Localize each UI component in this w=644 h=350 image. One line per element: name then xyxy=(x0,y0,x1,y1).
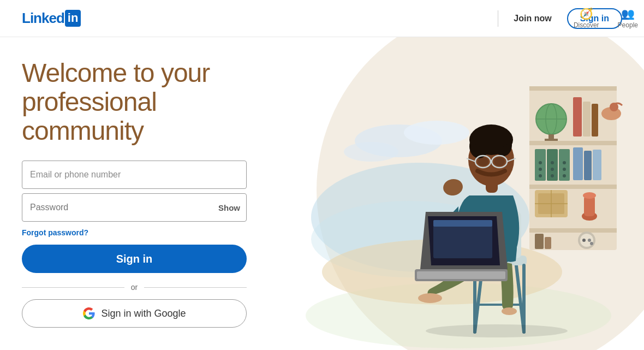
svg-rect-20 xyxy=(592,104,598,137)
google-icon xyxy=(82,307,96,320)
google-signin-button[interactable]: Sign in with Google xyxy=(22,299,247,328)
svg-point-28 xyxy=(539,174,542,177)
svg-point-30 xyxy=(551,168,554,171)
email-form-group xyxy=(22,161,251,189)
svg-rect-11 xyxy=(529,228,617,233)
svg-rect-18 xyxy=(573,97,582,137)
svg-point-80 xyxy=(426,324,568,337)
svg-rect-17 xyxy=(545,139,558,141)
svg-point-50 xyxy=(588,239,591,242)
linkedin-logo[interactable]: Linkedin xyxy=(22,10,81,27)
nav-item-discover[interactable]: 🧭 Discover xyxy=(567,8,606,29)
svg-rect-8 xyxy=(529,86,617,91)
show-password-button[interactable]: Show xyxy=(218,203,240,212)
nav-item-people[interactable]: 👥 People xyxy=(611,8,644,29)
svg-point-44 xyxy=(583,192,596,199)
svg-point-26 xyxy=(539,161,542,164)
people-icon: 👥 xyxy=(621,8,635,19)
svg-point-34 xyxy=(563,174,566,177)
headline-line1: Welcome to your xyxy=(22,58,210,87)
logo-in-box: in xyxy=(65,10,81,26)
headline: Welcome to your professional community xyxy=(22,59,251,145)
svg-point-72 xyxy=(472,127,510,149)
svg-point-31 xyxy=(551,174,554,177)
svg-rect-10 xyxy=(529,185,617,189)
nav-divider xyxy=(498,10,498,27)
or-line-right xyxy=(144,287,247,288)
password-input[interactable] xyxy=(22,193,247,222)
discover-label: Discover xyxy=(574,21,599,29)
svg-rect-45 xyxy=(535,234,544,249)
svg-rect-36 xyxy=(584,151,592,180)
svg-point-61 xyxy=(502,307,517,315)
svg-point-49 xyxy=(582,239,586,242)
header: Linkedin 🧭 Discover 👥 People 📺 Learning … xyxy=(0,0,644,37)
svg-rect-64 xyxy=(417,271,505,279)
svg-point-2 xyxy=(404,121,469,145)
email-input[interactable] xyxy=(22,161,247,189)
svg-rect-9 xyxy=(529,141,617,145)
svg-rect-46 xyxy=(545,237,551,249)
or-text: or xyxy=(131,283,138,292)
headline-line2: professional community xyxy=(22,87,157,145)
svg-point-33 xyxy=(563,168,566,171)
password-wrapper: Show xyxy=(22,193,247,222)
join-now-button[interactable]: Join now xyxy=(507,9,558,28)
forgot-password-link[interactable]: Forgot password? xyxy=(22,228,251,237)
svg-point-32 xyxy=(563,161,566,164)
or-divider: or xyxy=(22,283,247,292)
svg-point-60 xyxy=(418,293,442,303)
main-content: Welcome to your professional community S… xyxy=(0,37,644,350)
svg-point-29 xyxy=(551,161,554,164)
discover-icon: 🧭 xyxy=(580,8,593,19)
logo-text-linked: Linked xyxy=(22,10,64,27)
svg-rect-35 xyxy=(573,147,583,180)
svg-point-3 xyxy=(344,142,398,162)
svg-point-27 xyxy=(539,168,542,171)
svg-rect-19 xyxy=(583,102,591,137)
hero-illustration xyxy=(289,43,628,348)
svg-point-51 xyxy=(590,242,593,245)
signin-button[interactable]: Sign in xyxy=(22,245,247,273)
or-line-left xyxy=(22,287,124,288)
svg-rect-66 xyxy=(433,220,492,227)
people-label: People xyxy=(618,21,638,29)
left-panel: Welcome to your professional community S… xyxy=(0,37,273,350)
right-panel xyxy=(273,37,644,350)
google-signin-label: Sign in with Google xyxy=(101,308,186,319)
password-form-group: Show xyxy=(22,193,251,222)
svg-point-79 xyxy=(494,157,505,166)
svg-point-78 xyxy=(478,157,488,166)
main-nav: 🧭 Discover 👥 People 📺 Learning 💼 Jobs xyxy=(567,8,644,29)
svg-rect-37 xyxy=(593,150,601,180)
